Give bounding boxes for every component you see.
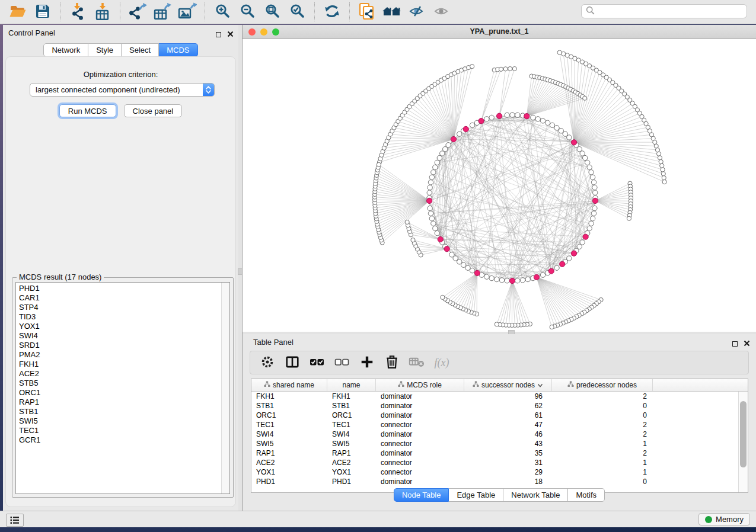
float-panel-icon[interactable] [216,32,221,37]
function-builder-button: f(x) [432,353,452,372]
first-neighbors-button[interactable] [379,1,404,23]
memory-button[interactable]: Memory [698,513,750,525]
table-row[interactable]: SWI5SWI5connector431 [251,439,739,448]
mcds-result-list[interactable]: PHD1CAR1STP4TID3YOX1SWI4SRD1PMA2FKH1ACE2… [15,282,230,494]
cell-MCDS-role: dominator [376,449,464,457]
tab-motifs[interactable]: Motifs [568,488,605,502]
close-panel-icon[interactable] [227,29,234,40]
table-row[interactable]: RAP1RAP1dominator352 [251,448,739,458]
search-input[interactable] [598,7,742,17]
network-canvas[interactable] [243,39,756,332]
network-window-titlebar[interactable]: YPA_prune.txt_1 [243,25,756,39]
network-graph[interactable] [243,39,756,332]
mcds-result-item[interactable]: SRD1 [16,341,221,350]
column-header-name[interactable]: name [327,379,376,391]
tab-style[interactable]: Style [88,43,122,57]
float-panel-icon[interactable] [732,341,738,347]
node-table[interactable]: shared namenameMCDS rolesuccessor nodesp… [251,379,748,493]
cell-name: SWI5 [327,440,376,448]
table-row[interactable]: TEC1TEC1connector472 [251,420,739,430]
table-row[interactable]: ACE2ACE2connector311 [251,458,739,467]
mcds-result-item[interactable]: STB1 [16,407,221,416]
cell-name: YOX1 [327,468,376,476]
cell-MCDS-role: dominator [376,411,464,419]
minimize-window-icon[interactable] [260,28,267,36]
open-file-button[interactable] [5,1,30,23]
tab-network-table[interactable]: Network Table [503,488,568,502]
deselect-all-rows-icon [334,355,350,370]
scrollbar-thumb[interactable] [740,401,747,467]
export-table-button[interactable] [150,1,175,23]
deselect-all-rows-button[interactable] [332,353,352,372]
mcds-result-item[interactable]: ACE2 [16,369,221,379]
table-settings-button[interactable] [257,353,277,372]
close-panel-icon[interactable] [744,338,750,349]
cell-predecessor-nodes: 0 [552,411,653,419]
mcds-result-item[interactable]: PHD1 [16,284,221,293]
save-session-button[interactable] [30,1,55,23]
mcds-result-item[interactable]: TID3 [16,312,221,322]
cell-predecessor-nodes: 1 [552,440,653,448]
column-header-shared-name[interactable]: shared name [251,379,327,391]
table-row[interactable]: ORC1ORC1dominator610 [251,411,739,420]
panel-toggle-button[interactable] [6,514,24,527]
mcds-result-item[interactable]: YOX1 [16,322,221,331]
tab-node-table[interactable]: Node Table [394,488,449,502]
new-network-from-selection-button[interactable] [355,1,379,23]
tab-mcds[interactable]: MCDS [159,43,197,57]
mcds-result-item[interactable]: ORC1 [16,388,221,398]
search-box[interactable] [581,4,747,18]
table-row[interactable]: STB1STB1dominator620 [251,401,739,411]
select-all-rows-button[interactable] [307,353,327,372]
column-header-predecessor-nodes[interactable]: predecessor nodes [552,379,653,391]
cell-name: STB1 [327,402,376,410]
table-row[interactable]: FKH1FKH1dominator962 [251,392,739,401]
cell-successor-nodes: 31 [464,459,552,467]
sort-chevron-icon [537,381,543,389]
export-image-button[interactable] [175,1,200,23]
zoom-out-button[interactable] [235,1,260,23]
table-row[interactable]: PHD1PHD1dominator180 [251,477,739,486]
delete-columns-button[interactable] [382,353,402,372]
apply-layout-button[interactable] [320,1,344,23]
tab-select[interactable]: Select [122,43,159,57]
table-row[interactable]: YOX1YOX1connector291 [251,467,739,477]
mcds-result-item[interactable]: TEC1 [16,426,221,435]
mcds-result-item[interactable]: RAP1 [16,398,221,407]
export-network-button[interactable] [125,1,150,23]
mcds-result-item[interactable]: STP4 [16,303,221,312]
import-table-button[interactable] [90,1,115,23]
mcds-result-item[interactable]: GCR1 [16,435,221,445]
mcds-result-item[interactable]: PMA2 [16,350,221,360]
mcds-result-groupbox: MCDS result (17 nodes) PHD1CAR1STP4TID3Y… [12,277,234,498]
cell-shared-name: TEC1 [251,421,327,429]
tab-network[interactable]: Network [43,43,88,57]
zoom-fit-button[interactable] [260,1,285,23]
column-header-successor-nodes[interactable]: successor nodes [464,379,552,391]
mcds-result-item[interactable]: FKH1 [16,360,221,369]
cell-predecessor-nodes: 1 [552,459,653,467]
import-network-button[interactable] [65,1,90,23]
zoom-selected-icon [289,3,305,21]
run-mcds-button[interactable]: Run MCDS [59,104,116,117]
create-column-button[interactable] [357,353,377,372]
mcds-result-item[interactable]: STB5 [16,379,221,388]
close-panel-button[interactable]: Close panel [124,104,183,117]
zoom-in-icon [215,3,231,21]
close-window-icon[interactable] [248,28,256,36]
mcds-result-item[interactable]: SWI4 [16,331,221,341]
mcds-result-item[interactable]: SWI5 [16,416,221,426]
show-column-button[interactable] [282,353,302,372]
optimization-criterion-select[interactable]: largest connected component (undirected) [30,83,215,97]
tab-edge-table[interactable]: Edge Table [449,488,503,502]
table-scrollbar[interactable] [738,392,748,492]
zoom-selected-button[interactable] [285,1,310,23]
cell-MCDS-role: connector [376,421,464,429]
optimization-criterion-value: largest connected component (undirected) [30,85,203,94]
zoom-window-icon[interactable] [272,28,279,36]
column-header-MCDS-role[interactable]: MCDS role [376,379,464,391]
table-row[interactable]: SWI4SWI4dominator462 [251,430,739,439]
list-scrollbar[interactable] [221,283,229,493]
mcds-result-item[interactable]: CAR1 [16,293,221,303]
zoom-in-button[interactable] [210,1,235,23]
